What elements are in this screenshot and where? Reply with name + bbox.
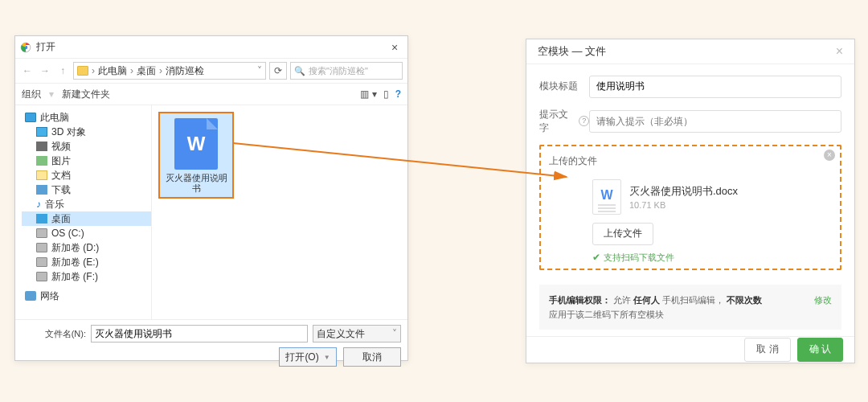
cancel-button[interactable]: 取 消: [744, 338, 790, 362]
help-icon[interactable]: ?: [579, 116, 589, 126]
tree-network[interactable]: 网络: [22, 289, 151, 303]
modify-permission-link[interactable]: 修改: [814, 293, 832, 322]
tree-drive-c[interactable]: OS (C:): [22, 226, 151, 240]
upload-panel: 空模块 — 文件 × 模块标题 提示文字 ? × 上传的文件 W 灭火: [526, 39, 855, 363]
dialog-footer: 文件名(N): 自定义文件˅ 打开(O)▼ 取消: [15, 319, 407, 373]
dialog-title: 打开: [36, 40, 387, 54]
help-icon[interactable]: ?: [395, 88, 401, 100]
remove-file-icon[interactable]: ×: [824, 150, 835, 161]
view-mode-icon[interactable]: ▥ ▾: [360, 88, 376, 100]
search-placeholder: 搜索"消防巡检": [309, 65, 368, 77]
folder-icon: [77, 66, 88, 76]
uploaded-file-name: 灭火器使用说明书.docx: [629, 184, 738, 199]
tree-videos[interactable]: 视频: [22, 139, 151, 154]
check-icon: ✔: [592, 252, 600, 263]
file-item-label: 灭火器使用说明书: [163, 173, 229, 194]
tree-this-pc[interactable]: 此电脑: [22, 110, 151, 125]
crumb-pc[interactable]: 此电脑: [98, 64, 127, 78]
module-title-label: 模块标题: [539, 80, 589, 93]
organize-menu[interactable]: 组织: [22, 88, 41, 101]
word-doc-icon: W: [592, 179, 621, 215]
hint-text-input[interactable]: [589, 110, 841, 133]
file-type-select[interactable]: 自定义文件˅: [313, 325, 401, 343]
search-input[interactable]: 🔍 搜索"消防巡检": [290, 62, 403, 80]
sidebar-tree: 此电脑 3D 对象 视频 图片 文档 下载 ♪音乐 桌面 OS (C:) 新加卷…: [15, 105, 152, 319]
filename-input[interactable]: [91, 325, 308, 343]
tree-pictures[interactable]: 图片: [22, 154, 151, 168]
dialog-toolbar: 组织 ▾ 新建文件夹 ▥ ▾ ▯ ?: [15, 83, 407, 105]
scan-download-tip: ✔ 支持扫码下载文件: [592, 252, 832, 264]
address-bar: ← → ↑ › 此电脑 › 桌面 › 消防巡检 ˅ ⟳ 🔍 搜索"消防巡检": [15, 59, 407, 83]
upload-button[interactable]: 上传文件: [592, 223, 653, 245]
tree-drive-f[interactable]: 新加卷 (F:): [22, 269, 151, 284]
refresh-button[interactable]: ⟳: [269, 62, 287, 80]
chrome-icon: [20, 42, 31, 53]
search-icon: 🔍: [294, 66, 305, 76]
nav-forward-icon[interactable]: →: [38, 64, 52, 78]
uploaded-file-item: W 灭火器使用说明书.docx 10.71 KB: [592, 179, 832, 215]
file-item-selected[interactable]: W 灭火器使用说明书: [158, 112, 234, 199]
word-doc-icon: W: [174, 118, 218, 170]
cancel-button[interactable]: 取消: [343, 347, 401, 367]
permission-box: 手机编辑权限： 允许 任何人 手机扫码编辑， 不限次数 应用于该二维码下所有空模…: [539, 285, 841, 330]
tree-drive-e[interactable]: 新加卷 (E:): [22, 255, 151, 269]
panel-header: 空模块 — 文件 ×: [526, 39, 854, 64]
tree-desktop[interactable]: 桌面: [22, 211, 151, 226]
uploaded-file-section: × 上传的文件 W 灭火器使用说明书.docx 10.71 KB 上传文件 ✔ …: [539, 145, 841, 270]
hint-text-label: 提示文字 ?: [539, 108, 589, 135]
module-title-input[interactable]: [589, 76, 841, 98]
tree-downloads[interactable]: 下载: [22, 183, 151, 197]
nav-up-icon[interactable]: ↑: [55, 64, 70, 78]
preview-pane-icon[interactable]: ▯: [383, 88, 389, 100]
nav-back-icon[interactable]: ←: [20, 64, 35, 78]
dialog-titlebar: 打开 ×: [15, 36, 407, 59]
file-open-dialog: 打开 × ← → ↑ › 此电脑 › 桌面 › 消防巡检 ˅ ⟳ 🔍 搜索"消防…: [14, 35, 408, 361]
crumb-desktop[interactable]: 桌面: [137, 64, 156, 78]
open-button[interactable]: 打开(O)▼: [279, 347, 337, 367]
file-list-pane[interactable]: W 灭火器使用说明书: [152, 105, 407, 319]
panel-title: 空模块 — 文件: [538, 44, 836, 59]
tree-music[interactable]: ♪音乐: [22, 197, 151, 211]
filename-label: 文件名(N):: [22, 328, 86, 340]
tree-3d-objects[interactable]: 3D 对象: [22, 125, 151, 139]
tree-drive-d[interactable]: 新加卷 (D:): [22, 240, 151, 255]
confirm-button[interactable]: 确 认: [797, 338, 843, 362]
uploaded-label: 上传的文件: [549, 154, 832, 168]
breadcrumb[interactable]: › 此电脑 › 桌面 › 消防巡检 ˅: [73, 62, 266, 80]
new-folder-button[interactable]: 新建文件夹: [62, 88, 110, 101]
panel-footer: 取 消 确 认: [526, 336, 854, 363]
close-button[interactable]: ×: [387, 41, 403, 54]
tree-documents[interactable]: 文档: [22, 168, 151, 183]
uploaded-file-size: 10.71 KB: [629, 200, 738, 210]
crumb-folder[interactable]: 消防巡检: [166, 64, 204, 78]
close-icon[interactable]: ×: [836, 44, 843, 59]
